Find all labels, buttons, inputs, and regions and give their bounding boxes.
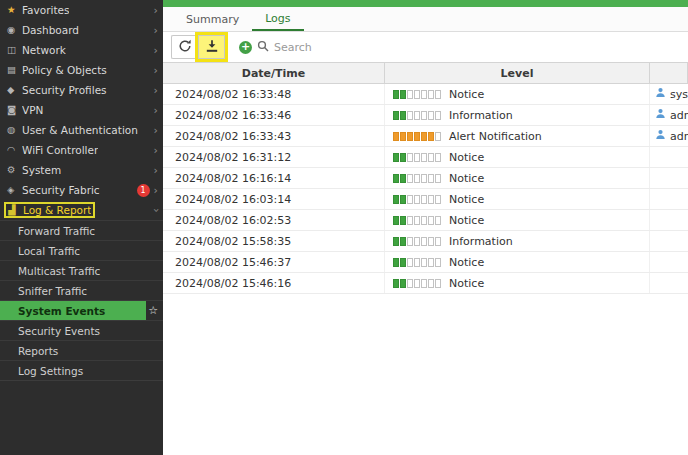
severity-segment [400,258,406,267]
sidebar-item-label: Log & Report [23,204,91,216]
severity-segment [400,111,406,120]
top-accent-bar [163,0,688,7]
user-cell [650,273,688,293]
severity-segment [393,279,399,288]
download-button[interactable] [198,35,225,59]
severity-segment [428,216,434,225]
severity-bar [393,90,441,99]
sidebar-item-favorites[interactable]: ★Favorites› [0,0,163,20]
chevron-right-icon: › [154,125,158,136]
sidebar-subitem-local-traffic[interactable]: Local Traffic [0,240,163,260]
severity-segment [400,279,406,288]
severity-segment [435,216,441,225]
tab-logs[interactable]: Logs [252,7,303,31]
severity-bar [393,195,441,204]
datetime-cell: 2024/08/02 16:03:14 [163,189,385,209]
table-header: Date/Time Level [163,62,688,84]
severity-bar [393,279,441,288]
shield-icon: ◆ [7,85,22,95]
sidebar-item-user-authentication[interactable]: ◍User & Authentication› [0,120,163,140]
user-name: adm [670,130,688,143]
column-header-level[interactable]: Level [385,63,650,83]
sidebar-item-security-fabric[interactable]: ◈Security Fabric1› [0,180,163,200]
policy-icon: ▤ [7,65,22,75]
chevron-right-icon: › [154,185,158,196]
sidebar-item-dashboard[interactable]: ◉Dashboard› [0,20,163,40]
sidebar-item-log-report[interactable]: ▟Log & Report› [0,200,163,220]
level-cell: Notice [385,147,650,167]
severity-segment [400,132,406,141]
level-label: Notice [449,256,484,269]
severity-segment [393,90,399,99]
user-icon [655,87,666,101]
sidebar-item-security-profiles[interactable]: ◆Security Profiles› [0,80,163,100]
user-name: syste [670,88,688,101]
star-icon: ★ [7,5,22,15]
sidebar-item-label: System [22,164,61,176]
sidebar-subitem-log-settings[interactable]: Log Settings [0,360,163,380]
table-row[interactable]: 2024/08/02 16:33:48Noticesyste [163,84,688,105]
datetime-cell: 2024/08/02 16:33:43 [163,126,385,146]
user-cell [650,231,688,251]
sidebar-subitem-label: Sniffer Traffic [18,285,87,297]
datetime-cell: 2024/08/02 15:58:35 [163,231,385,251]
sidebar-subitem-security-events[interactable]: Security Events [0,320,163,340]
favorite-star-icon[interactable]: ☆ [148,304,158,317]
filter-bar: + [239,40,404,55]
add-filter-icon[interactable]: + [239,41,252,54]
severity-segment [435,237,441,246]
level-label: Notice [449,172,484,185]
severity-bar [393,237,441,246]
severity-segment [393,258,399,267]
severity-segment [435,111,441,120]
sidebar-subitem-system-events[interactable]: System Events☆ [0,300,163,320]
search-input[interactable] [274,41,404,54]
severity-segment [400,195,406,204]
fabric-icon: ◈ [7,185,22,195]
column-header-user[interactable] [650,63,688,83]
table-row[interactable]: 2024/08/02 16:33:43Alert Notificationadm [163,126,688,147]
table-row[interactable]: 2024/08/02 16:33:46Informationadm [163,105,688,126]
user-cell: adm [650,105,688,125]
level-label: Notice [449,88,484,101]
column-header-datetime[interactable]: Date/Time [163,63,385,83]
chevron-right-icon: › [154,165,158,176]
severity-bar [393,111,441,120]
severity-segment [400,90,406,99]
table-row[interactable]: 2024/08/02 15:46:16Notice [163,273,688,294]
severity-segment [421,216,427,225]
table-row[interactable]: 2024/08/02 15:46:37Notice [163,252,688,273]
chevron-down-icon: › [150,208,161,212]
severity-segment [428,195,434,204]
toolbar-button-group [171,35,225,59]
user-icon [655,108,666,122]
sidebar-item-label: Dashboard [22,24,79,36]
table-row[interactable]: 2024/08/02 15:58:35Information [163,231,688,252]
table-row[interactable]: 2024/08/02 16:03:14Notice [163,189,688,210]
severity-segment [414,279,420,288]
severity-segment [407,153,413,162]
sidebar-subitem-sniffer-traffic[interactable]: Sniffer Traffic [0,280,163,300]
severity-segment [393,216,399,225]
sidebar-subitem-reports[interactable]: Reports [0,340,163,360]
sidebar-item-wifi-controller[interactable]: ◠WiFi Controller› [0,140,163,160]
table-row[interactable]: 2024/08/02 16:02:53Notice [163,210,688,231]
level-cell: Notice [385,210,650,230]
sidebar-subitem-multicast-traffic[interactable]: Multicast Traffic [0,260,163,280]
tab-summary[interactable]: Summary [173,7,252,31]
sidebar-item-vpn[interactable]: ◙VPN› [0,100,163,120]
sidebar-item-network[interactable]: ◫Network› [0,40,163,60]
refresh-button[interactable] [171,35,198,59]
sidebar-menu: ★Favorites›◉Dashboard›◫Network›▤Policy &… [0,0,163,220]
user-cell [650,189,688,209]
table-row[interactable]: 2024/08/02 16:31:12Notice [163,147,688,168]
level-label: Notice [449,214,484,227]
table-row[interactable]: 2024/08/02 16:16:14Notice [163,168,688,189]
refresh-icon [178,39,192,56]
fortigate-log-viewer: { "colors": { "accent_green": "#4caf50",… [0,0,688,455]
sidebar-item-policy-objects[interactable]: ▤Policy & Objects› [0,60,163,80]
sidebar-item-system[interactable]: ⚙System› [0,160,163,180]
level-cell: Information [385,105,650,125]
sidebar-subitem-forward-traffic[interactable]: Forward Traffic [0,220,163,240]
severity-segment [421,111,427,120]
